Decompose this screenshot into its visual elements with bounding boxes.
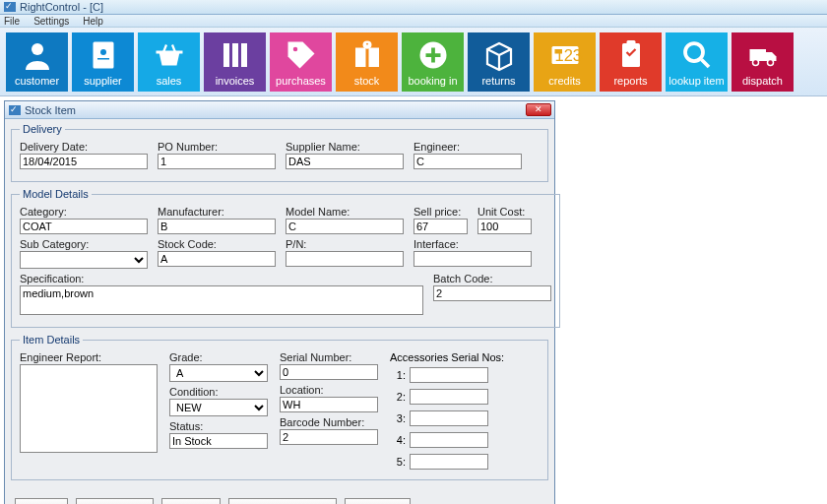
basket-icon xyxy=(152,37,187,73)
po-number-input[interactable] xyxy=(158,154,276,169)
acc-input-2[interactable] xyxy=(410,389,488,405)
svg-rect-16 xyxy=(626,40,635,45)
accessories-label: Accessories Serial Nos: xyxy=(390,351,504,363)
app-titlebar: RightControl - [C] xyxy=(0,0,827,15)
manufacturer-label: Manufacturer: xyxy=(158,206,276,218)
stock-code-input[interactable] xyxy=(158,251,276,267)
svg-text:1234 567: 1234 567 xyxy=(554,46,583,64)
sell-price-label: Sell price: xyxy=(414,206,468,218)
unlock-button[interactable]: Unlock xyxy=(161,498,221,504)
supplier-name-input[interactable] xyxy=(286,154,404,169)
toolbar-booking[interactable]: booking in xyxy=(402,32,464,92)
delivery-legend: Delivery xyxy=(20,123,65,135)
acc-input-1[interactable] xyxy=(410,367,488,383)
window-title: Stock Item xyxy=(25,104,76,116)
acc-row-1: 1: xyxy=(390,367,504,383)
pn-input[interactable] xyxy=(286,251,404,267)
model-name-label: Model Name: xyxy=(286,206,404,218)
engineer-label: Engineer: xyxy=(414,141,522,153)
toolbar-invoices[interactable]: invoices xyxy=(204,32,266,92)
delivery-date-input[interactable] xyxy=(20,154,148,169)
item-legend: Item Details xyxy=(20,334,83,346)
svg-point-20 xyxy=(767,59,773,65)
barcode-number-label: Barcode Number: xyxy=(280,416,378,428)
toolbar-sales[interactable]: sales xyxy=(138,32,200,92)
po-number-label: PO Number: xyxy=(158,141,276,153)
toolbar-purchases[interactable]: purchases xyxy=(270,32,332,92)
window-close-button[interactable]: ✕ xyxy=(526,103,551,116)
tag-icon xyxy=(284,37,319,73)
toolbar-lookup[interactable]: lookup item xyxy=(666,32,728,92)
main-toolbar: customer supplier sales invoices purchas… xyxy=(0,28,827,96)
item-details-group: Item Details Engineer Report: Grade:A Co… xyxy=(11,334,548,480)
grade-select[interactable]: A xyxy=(169,364,268,382)
menubar: File Settings Help xyxy=(0,15,827,28)
acc-input-5[interactable] xyxy=(410,454,488,470)
app-icon xyxy=(4,2,16,12)
stock-code-label: Stock Code: xyxy=(158,238,276,250)
category-label: Category: xyxy=(20,206,148,218)
acc-input-4[interactable] xyxy=(410,432,488,448)
toolbar-reports[interactable]: reports xyxy=(600,32,662,92)
svg-rect-5 xyxy=(232,43,238,67)
supplier-name-label: Supplier Name: xyxy=(286,141,404,153)
unit-cost-input[interactable] xyxy=(477,219,532,234)
barcode-number-input[interactable] xyxy=(280,429,378,445)
sell-price-input[interactable] xyxy=(414,219,468,234)
toolbar-returns[interactable]: returns xyxy=(468,32,530,92)
interface-input[interactable] xyxy=(414,251,532,267)
toolbar-stock[interactable]: stock xyxy=(336,32,398,92)
window-titlebar[interactable]: Stock Item ✕ xyxy=(5,101,554,119)
location-input[interactable] xyxy=(280,397,378,412)
condition-label: Condition: xyxy=(169,386,268,398)
menu-file[interactable]: File xyxy=(4,16,20,27)
acc-row-2: 2: xyxy=(390,389,504,405)
condition-select[interactable]: NEW xyxy=(169,399,268,416)
acc-input-3[interactable] xyxy=(410,410,488,426)
form-body: Delivery Delivery Date: PO Number: Suppl… xyxy=(5,119,554,494)
engineer-report-label: Engineer Report: xyxy=(20,351,158,363)
menu-settings[interactable]: Settings xyxy=(33,16,69,27)
model-details-group: Model Details Category: Manufacturer: Mo… xyxy=(11,188,560,328)
engineer-report-input[interactable] xyxy=(20,364,158,453)
svg-point-7 xyxy=(292,46,297,51)
category-input[interactable] xyxy=(20,219,148,234)
status-input[interactable] xyxy=(169,433,268,449)
menu-help[interactable]: Help xyxy=(83,16,103,27)
svg-rect-3 xyxy=(97,58,109,60)
toolbar-supplier[interactable]: supplier xyxy=(72,32,134,92)
sub-category-label: Sub Category: xyxy=(20,238,148,250)
svg-point-17 xyxy=(685,43,703,61)
sub-category-select[interactable] xyxy=(20,251,148,269)
toolbar-credits[interactable]: 1234 567credits xyxy=(534,32,596,92)
acc-row-4: 4: xyxy=(390,432,504,448)
clipboard-icon xyxy=(613,37,649,73)
toolbar-dispatch[interactable]: dispatch xyxy=(732,32,794,92)
box-open-icon xyxy=(481,37,517,73)
engineer-input[interactable] xyxy=(414,154,522,169)
grade-label: Grade: xyxy=(169,351,268,363)
app-title: RightControl - [C] xyxy=(20,1,103,13)
svg-rect-6 xyxy=(241,43,247,67)
specification-input[interactable]: medium,brown xyxy=(20,285,423,315)
svg-point-19 xyxy=(752,59,758,65)
delivery-group: Delivery Delivery Date: PO Number: Suppl… xyxy=(11,123,548,182)
add-same-model-button[interactable]: Add Same Model xyxy=(228,498,337,504)
goods-out-button[interactable]: Goods Out xyxy=(76,498,154,504)
manufacturer-input[interactable] xyxy=(158,219,276,234)
location-label: Location: xyxy=(280,384,378,396)
pn-label: P/N: xyxy=(286,238,404,250)
model-name-input[interactable] xyxy=(286,219,404,234)
svg-rect-4 xyxy=(223,43,229,67)
gift-icon xyxy=(350,37,385,73)
plus-circle-icon xyxy=(415,37,451,73)
acc-row-3: 3: xyxy=(390,410,504,426)
acc-row-5: 5: xyxy=(390,454,504,470)
toolbar-customer[interactable]: customer xyxy=(6,32,68,92)
batch-code-input[interactable] xyxy=(433,285,551,301)
files-icon xyxy=(218,37,253,73)
serial-number-label: Serial Number: xyxy=(280,351,378,363)
serial-number-input[interactable] xyxy=(280,364,378,380)
release-button[interactable]: Release xyxy=(345,498,410,504)
close-button[interactable]: Close xyxy=(15,498,68,504)
